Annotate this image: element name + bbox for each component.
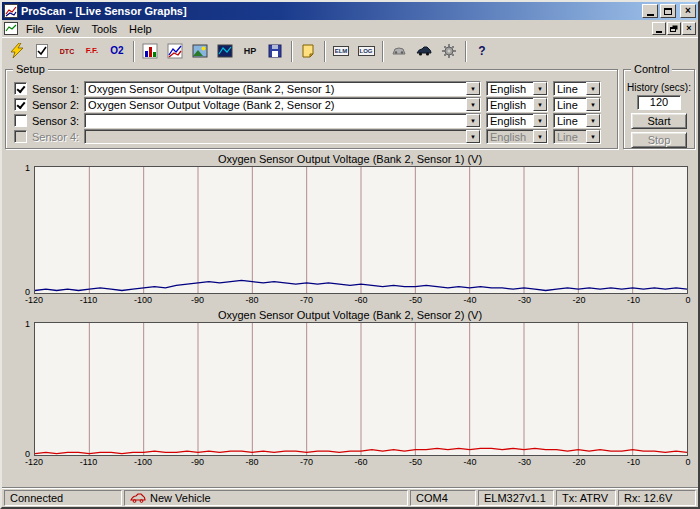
help-button[interactable]: ? bbox=[470, 40, 494, 63]
live-data-grid-button[interactable] bbox=[138, 40, 162, 63]
child-minimize-button[interactable] bbox=[652, 22, 666, 35]
lightning-icon bbox=[9, 43, 25, 59]
title-bar: ProScan - [Live Sensor Graphs] × bbox=[2, 2, 698, 20]
vehicle-button[interactable] bbox=[412, 40, 436, 63]
toolbar-separator bbox=[465, 41, 467, 62]
sensor3-checkbox[interactable] bbox=[14, 114, 27, 127]
com-port: COM4 bbox=[416, 492, 448, 504]
close-icon: × bbox=[685, 6, 691, 16]
sensor1-select[interactable]: Oxygen Sensor Output Voltage (Bank 2, Se… bbox=[84, 81, 481, 96]
sensor4-select: ▼ bbox=[84, 129, 481, 144]
chart1-x-axis: -120-110-100-90-80-70-60-50-40-30-20-100 bbox=[34, 295, 688, 307]
sensor1-units-select[interactable]: English ▼ bbox=[486, 81, 548, 96]
chart2-title: Oxygen Sensor Output Voltage (Bank 2, Se… bbox=[2, 309, 698, 322]
trouble-codes-button[interactable]: DTC bbox=[55, 40, 79, 63]
connect-button[interactable] bbox=[5, 40, 29, 63]
save-button[interactable] bbox=[263, 40, 287, 63]
history-input[interactable]: 120 bbox=[637, 95, 681, 110]
sensor1-label: Sensor 1: bbox=[32, 83, 79, 95]
menu-view[interactable]: View bbox=[50, 22, 86, 36]
notes-button[interactable] bbox=[296, 40, 320, 63]
vehicle-front-button[interactable] bbox=[387, 40, 411, 63]
close-button[interactable]: × bbox=[680, 4, 696, 18]
chevron-down-icon[interactable]: ▼ bbox=[466, 114, 480, 127]
vehicle-name: New Vehicle bbox=[150, 492, 211, 504]
bar-chart-icon bbox=[142, 43, 158, 59]
app-icon bbox=[4, 4, 18, 18]
sensor1-style-select[interactable]: Line ▼ bbox=[553, 81, 601, 96]
sensor2-units-select[interactable]: English ▼ bbox=[486, 97, 548, 112]
chevron-down-icon[interactable]: ▼ bbox=[586, 82, 600, 95]
sensor2-row: Sensor 2: Oxygen Sensor Output Voltage (… bbox=[14, 97, 609, 112]
chevron-down-icon[interactable]: ▼ bbox=[533, 114, 547, 127]
menu-file[interactable]: File bbox=[20, 22, 50, 36]
toolbar-separator bbox=[291, 41, 293, 62]
chevron-down-icon[interactable]: ▼ bbox=[586, 114, 600, 127]
maximize-button[interactable] bbox=[660, 4, 676, 18]
plot-area-sensor2 bbox=[34, 322, 688, 456]
horsepower-button[interactable]: HP bbox=[238, 40, 262, 63]
sensor2-label: Sensor 2: bbox=[32, 99, 79, 111]
sensor3-style-value: Line bbox=[554, 115, 586, 127]
child-restore-button[interactable] bbox=[667, 22, 681, 35]
restore-icon bbox=[670, 27, 676, 32]
sensor3-select[interactable]: ▼ bbox=[84, 113, 481, 128]
x-tick-label: -20 bbox=[572, 457, 585, 467]
live-graphs-button[interactable] bbox=[163, 40, 187, 63]
scene-icon bbox=[192, 43, 208, 59]
chevron-down-icon[interactable]: ▼ bbox=[586, 98, 600, 111]
x-tick-label: -110 bbox=[80, 457, 97, 467]
chevron-down-icon: ▼ bbox=[466, 130, 480, 143]
monitor-status-button[interactable] bbox=[30, 40, 54, 63]
elm-console-button[interactable]: ELM bbox=[329, 40, 353, 63]
gear-icon bbox=[441, 43, 457, 59]
chevron-down-icon: ▼ bbox=[533, 130, 547, 143]
freeze-frame-icon: F.F. bbox=[86, 47, 98, 55]
child-window-icon[interactable] bbox=[4, 22, 18, 35]
x-tick-label: -80 bbox=[245, 295, 258, 305]
sensor1-row: Sensor 1: Oxygen Sensor Output Voltage (… bbox=[14, 81, 609, 96]
x-tick-label: -30 bbox=[518, 295, 531, 305]
log-button[interactable]: LOG bbox=[354, 40, 378, 63]
sensor2-select[interactable]: Oxygen Sensor Output Voltage (Bank 2, Se… bbox=[84, 97, 481, 112]
x-tick-label: -60 bbox=[354, 295, 367, 305]
chart-sensor1: Oxygen Sensor Output Voltage (Bank 2, Se… bbox=[2, 153, 698, 307]
sensor2-style-select[interactable]: Line ▼ bbox=[553, 97, 601, 112]
elm-icon: ELM bbox=[333, 46, 350, 56]
chart1-title: Oxygen Sensor Output Voltage (Bank 2, Se… bbox=[2, 153, 698, 166]
help-icon: ? bbox=[478, 44, 485, 58]
sensor2-line-series bbox=[35, 323, 687, 455]
sensor3-style-select[interactable]: Line ▼ bbox=[553, 113, 601, 128]
dyno-button[interactable] bbox=[213, 40, 237, 63]
chart2-x-axis: -120-110-100-90-80-70-60-50-40-30-20-100 bbox=[34, 457, 688, 469]
sensor2-checkbox[interactable] bbox=[14, 98, 27, 111]
start-button[interactable]: Start bbox=[631, 113, 687, 129]
settings-button[interactable] bbox=[437, 40, 461, 63]
freeze-frame-button[interactable]: F.F. bbox=[80, 40, 104, 63]
x-tick-label: -90 bbox=[191, 457, 204, 467]
x-tick-label: -110 bbox=[80, 295, 97, 305]
oxygen-sensors-button[interactable]: O2 bbox=[105, 40, 129, 63]
chevron-down-icon[interactable]: ▼ bbox=[466, 98, 480, 111]
menu-tools[interactable]: Tools bbox=[85, 22, 123, 36]
close-icon: × bbox=[686, 24, 691, 33]
plot-area-sensor1 bbox=[34, 166, 688, 294]
chevron-down-icon[interactable]: ▼ bbox=[466, 82, 480, 95]
menu-help[interactable]: Help bbox=[123, 22, 158, 36]
child-close-button[interactable]: × bbox=[682, 22, 696, 35]
com-port-panel: COM4 bbox=[410, 490, 476, 506]
note-icon bbox=[300, 43, 316, 59]
x-tick-label: -90 bbox=[191, 295, 204, 305]
sensor3-units-select[interactable]: English ▼ bbox=[486, 113, 548, 128]
sensor1-value: Oxygen Sensor Output Voltage (Bank 2, Se… bbox=[85, 83, 466, 95]
monitor-icon bbox=[217, 43, 233, 59]
minimize-button[interactable] bbox=[642, 4, 658, 18]
chevron-down-icon[interactable]: ▼ bbox=[533, 82, 547, 95]
sensor3-label: Sensor 3: bbox=[32, 115, 79, 127]
dashboard-button[interactable] bbox=[188, 40, 212, 63]
x-tick-label: -70 bbox=[300, 457, 313, 467]
sensor1-checkbox[interactable] bbox=[14, 82, 27, 95]
menu-bar: File View Tools Help × bbox=[2, 20, 698, 37]
chevron-down-icon[interactable]: ▼ bbox=[533, 98, 547, 111]
connection-status-panel: Connected bbox=[4, 490, 122, 506]
